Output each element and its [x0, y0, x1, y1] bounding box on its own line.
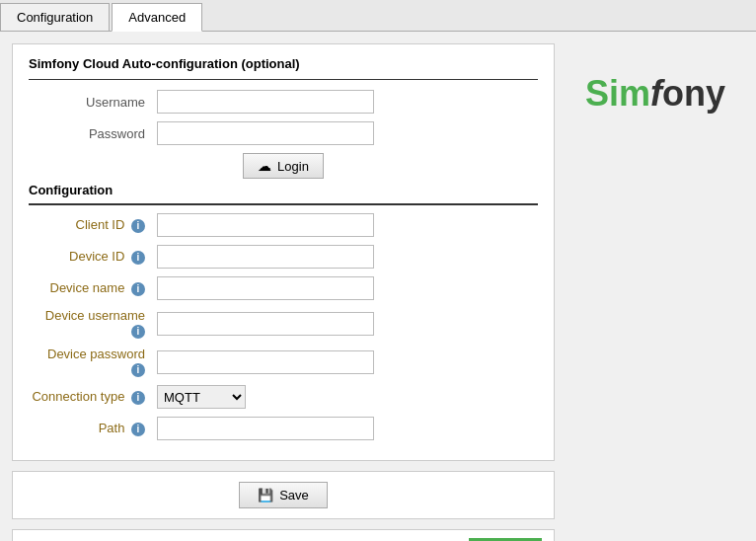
password-row: Password [29, 121, 538, 145]
client-id-row: Client ID i [29, 213, 538, 237]
device-name-info-icon[interactable]: i [131, 282, 145, 296]
logo-ony: ony [662, 73, 725, 114]
logo-sim: Sim [585, 73, 650, 114]
username-row: Username [29, 90, 538, 114]
device-username-label: Device username i [29, 308, 157, 339]
device-username-row: Device username i [29, 308, 538, 339]
device-password-info-icon[interactable]: i [131, 363, 145, 377]
cloud-icon: ☁ [258, 158, 271, 174]
save-button[interactable]: 💾 Save [239, 482, 328, 508]
left-panel: Simfony Cloud Auto-configuration (option… [12, 43, 555, 541]
client-id-info-icon[interactable]: i [131, 219, 145, 233]
save-icon: 💾 [258, 488, 273, 502]
username-label: Username [29, 95, 157, 110]
tab-bar: Configuration Advanced [0, 0, 756, 32]
device-password-input[interactable] [157, 350, 374, 374]
tab-advanced[interactable]: Advanced [112, 3, 202, 32]
path-info-icon[interactable]: i [131, 423, 145, 436]
client-id-input[interactable] [157, 213, 374, 237]
device-username-input[interactable] [157, 312, 374, 336]
device-password-label: Device password i [29, 347, 157, 377]
connection-type-info-icon[interactable]: i [131, 391, 145, 405]
simfony-logo: Simfony [585, 73, 725, 115]
cloud-section: Simfony Cloud Auto-configuration (option… [12, 43, 555, 461]
configuration-subtitle: Configuration [29, 183, 538, 205]
cloud-section-title: Simfony Cloud Auto-configuration (option… [29, 56, 538, 80]
device-id-input[interactable] [157, 245, 374, 269]
device-name-input[interactable] [157, 276, 374, 300]
path-input[interactable] [157, 417, 374, 440]
device-id-label: Device ID i [29, 249, 157, 265]
password-label: Password [29, 126, 157, 141]
device-name-row: Device name i [29, 276, 538, 300]
username-input[interactable] [157, 90, 374, 114]
device-id-row: Device ID i [29, 245, 538, 269]
device-username-info-icon[interactable]: i [131, 325, 145, 339]
status-section: Cloud Connector Status ▶ Start [12, 529, 555, 541]
main-content: Simfony Cloud Auto-configuration (option… [0, 32, 756, 541]
save-section: 💾 Save [12, 471, 555, 519]
device-name-label: Device name i [29, 280, 157, 296]
logo-f: f [650, 73, 662, 114]
login-row: ☁ Login [29, 153, 538, 179]
path-row: Path i [29, 417, 538, 440]
password-input[interactable] [157, 121, 374, 145]
tab-configuration[interactable]: Configuration [0, 3, 110, 31]
connection-type-label: Connection type i [29, 389, 157, 405]
device-password-row: Device password i [29, 347, 538, 377]
right-panel: Simfony [567, 43, 744, 541]
client-id-label: Client ID i [29, 217, 157, 233]
connection-type-select[interactable]: MQTT HTTP TCP [157, 385, 246, 409]
device-id-info-icon[interactable]: i [131, 251, 145, 265]
connection-type-row: Connection type i MQTT HTTP TCP [29, 385, 538, 409]
login-button[interactable]: ☁ Login [243, 153, 324, 179]
path-label: Path i [29, 421, 157, 436]
